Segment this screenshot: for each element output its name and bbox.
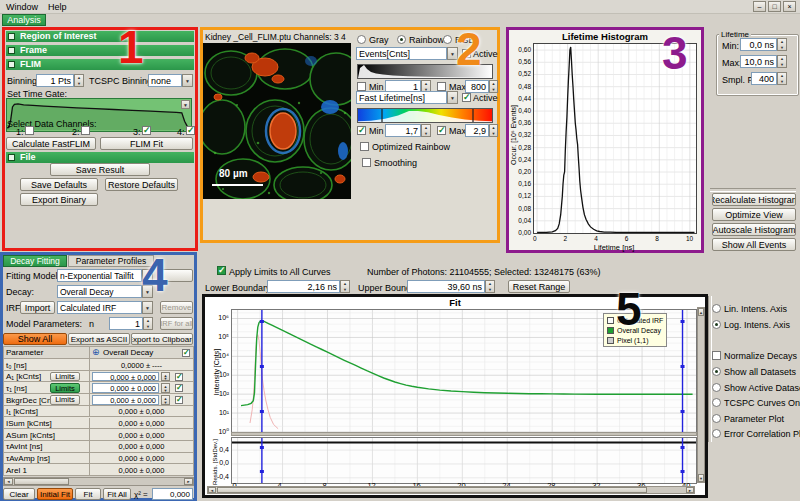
section-file[interactable]: File (6, 152, 194, 163)
plot-splitter[interactable] (231, 432, 697, 436)
restore-defaults-button[interactable]: Restore Defaults (105, 178, 178, 191)
show-all-button[interactable]: Show All (3, 333, 67, 345)
limits-button[interactable]: Limits (50, 372, 80, 382)
channel-checkbox-1[interactable] (25, 126, 34, 135)
chevron-down-icon[interactable]: ▼ (447, 91, 458, 104)
parameter-plot[interactable] (712, 414, 721, 423)
scrollbar-thumb[interactable] (14, 478, 69, 485)
optimize-view-button[interactable]: Optimize View (712, 208, 796, 221)
intensity-max-input[interactable]: 800 (465, 80, 489, 93)
sample-points-stepper[interactable]: ▲▼ (777, 72, 787, 85)
fit-residuals-plot[interactable] (231, 437, 697, 484)
param-value-stepper[interactable]: ▲▼ (161, 383, 170, 393)
show-all-events-button[interactable]: Show All Events (712, 238, 796, 251)
param-value-input[interactable]: 0,000 ± 0,000 (92, 372, 159, 382)
param-fix-checkbox[interactable]: ✓ (175, 396, 183, 404)
scrollbar-thumb[interactable] (217, 487, 647, 493)
tab-analysis[interactable]: Analysis (2, 14, 46, 26)
lifetime-min-stepper[interactable]: ▲▼ (421, 124, 431, 137)
tab-decay-fitting[interactable]: Decay Fitting (3, 255, 67, 267)
param-fix-checkbox[interactable]: ✓ (175, 384, 183, 392)
initial-fit-button[interactable]: Initial Fit (37, 488, 73, 500)
lifetime-max-input[interactable]: 2,9 (465, 124, 489, 137)
scroll-up-icon[interactable]: ▲ (698, 308, 704, 316)
limits-button[interactable]: Limits (50, 383, 80, 393)
upper-boundary-input[interactable]: 39,60 ns (407, 280, 485, 293)
gate-options-icon[interactable]: ▼ (181, 100, 190, 109)
param-fix-checkbox[interactable]: ✓ (175, 373, 183, 381)
minimize-button[interactable]: – (753, 1, 766, 12)
lifetime-min-field[interactable]: 0,0 ns (740, 38, 777, 51)
collapse-icon[interactable] (8, 47, 15, 54)
section-region-of-interest[interactable]: Region of Interest (6, 31, 194, 42)
scroll-left-icon[interactable]: ◄ (208, 487, 216, 493)
export-clipboard-button[interactable]: Export to Clipboard (131, 333, 193, 345)
section-frame[interactable]: Frame (6, 45, 194, 56)
lifetime-colorbar[interactable] (357, 108, 493, 123)
fit-all-button[interactable]: Fit All (103, 488, 131, 500)
limits-button[interactable]: Limits (50, 395, 80, 405)
rgb-radio[interactable] (443, 35, 452, 44)
rainbow-radio[interactable] (397, 35, 406, 44)
gray-radio[interactable] (357, 35, 366, 44)
irf-import-button[interactable]: Import (20, 301, 55, 314)
menu-help[interactable]: Help (48, 2, 67, 12)
upper-boundary-stepper[interactable]: ▲▼ (485, 280, 495, 293)
export-binary-button[interactable]: Export Binary (20, 193, 98, 206)
lin-intens-axis[interactable] (712, 304, 721, 313)
channel-checkbox-4[interactable]: ✓ (186, 126, 195, 135)
scroll-right-icon[interactable]: ► (686, 487, 694, 493)
irf-remove-button[interactable]: Remove (160, 301, 193, 314)
irf-for-all-button[interactable]: IRF for all (160, 317, 193, 330)
dataset-checkbox[interactable]: ✓ (182, 349, 190, 357)
log-intens-axis[interactable] (712, 320, 721, 329)
lifetime-active-checkbox[interactable]: ✓ (462, 93, 471, 102)
fit-vscrollbar[interactable]: ▲ ▼ (697, 307, 705, 483)
chevron-down-icon[interactable]: ▼ (142, 301, 153, 314)
lower-boundary-input[interactable]: 2,16 ns (267, 280, 340, 293)
channel-checkbox-3[interactable]: ✓ (142, 126, 151, 135)
param-value-stepper[interactable]: ▲▼ (161, 372, 170, 382)
chevron-down-icon[interactable]: ▼ (182, 74, 193, 87)
collapse-icon[interactable] (8, 61, 15, 68)
parameter-table-hscrollbar[interactable]: ◄ ► (3, 477, 194, 486)
tcspc-curves-only[interactable] (712, 398, 721, 407)
microscopy-image[interactable]: 80 µm (203, 43, 351, 199)
recalculate-histogram-button[interactable]: Recalculate Histogram (712, 193, 796, 206)
autoscale-histogram-button[interactable]: Autoscale Histogram (712, 223, 796, 236)
param-value-input[interactable]: 0,000 ± 0,000 (92, 395, 159, 405)
intensity-max-checkbox[interactable] (437, 82, 446, 91)
binning-stepper[interactable]: ▲▼ (74, 74, 84, 87)
n-input[interactable]: 1 (109, 317, 143, 330)
intensity-max-stepper[interactable]: ▲▼ (489, 80, 498, 93)
export-ascii-button[interactable]: Export as ASCII (68, 333, 130, 345)
show-all-datasets[interactable] (712, 367, 721, 376)
lifetime-max-checkbox[interactable]: ✓ (437, 126, 446, 135)
smoothing-checkbox[interactable] (362, 158, 371, 167)
normalize-decays[interactable] (712, 351, 721, 360)
lifetime-max-stepper[interactable]: ▲▼ (489, 124, 498, 137)
scroll-right-icon[interactable]: ► (184, 478, 193, 485)
lifetime-min-checkbox[interactable]: ✓ (357, 126, 366, 135)
collapse-icon[interactable] (8, 154, 15, 161)
clear-button[interactable]: Clear (3, 488, 35, 500)
show-active-dataset[interactable] (712, 383, 721, 392)
menu-window[interactable]: Window (6, 2, 38, 12)
sample-points-field[interactable]: 400 (751, 72, 777, 85)
lower-boundary-stepper[interactable]: ▲▼ (340, 280, 350, 293)
irf-select[interactable]: Calculated IRF (57, 301, 142, 314)
apply-limits-checkbox[interactable]: ✓ (217, 266, 226, 275)
lifetime-min-input[interactable]: 1,7 (385, 124, 421, 137)
save-result-button[interactable]: Save Result (50, 163, 150, 176)
lifetime-channel-select[interactable]: Fast Lifetime[ns] (356, 91, 447, 104)
scroll-down-icon[interactable]: ▼ (698, 474, 704, 482)
lifetime-max-field-stepper[interactable]: ▲▼ (777, 55, 787, 68)
lifetime-max-field[interactable]: 10,0 ns (740, 55, 777, 68)
collapse-icon[interactable] (8, 33, 15, 40)
param-value-stepper[interactable]: ▲▼ (161, 395, 170, 405)
calculate-fastflim-button[interactable]: Calculate FastFLIM (6, 137, 96, 150)
binning-input[interactable]: 1 Pts (36, 74, 74, 87)
save-defaults-button[interactable]: Save Defaults (20, 178, 98, 191)
decay-select[interactable]: Overall Decay (57, 285, 142, 298)
n-stepper[interactable]: ▲▼ (143, 317, 153, 330)
